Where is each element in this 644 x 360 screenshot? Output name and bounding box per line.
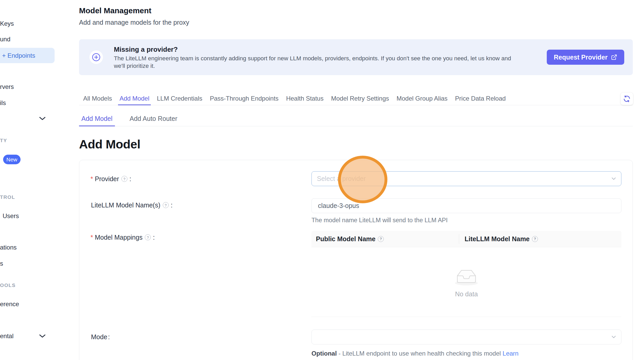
model-name-label-text: LiteLLM Model Name(s) <box>91 201 160 209</box>
provider-label: * Provider ? : <box>90 175 131 183</box>
label-colon: : <box>171 201 173 209</box>
chevron-down-icon <box>612 177 616 180</box>
help-icon[interactable]: ? <box>532 236 538 242</box>
sidebar-item-keys[interactable]: Keys <box>0 20 14 27</box>
column-divider <box>459 234 459 244</box>
sidebar-item-experimental[interactable]: ental <box>0 332 14 340</box>
required-marker: * <box>90 175 93 183</box>
sidebar-item-organizations[interactable]: ations <box>0 244 17 251</box>
tab-llm-credentials[interactable]: LLM Credentials <box>155 93 204 105</box>
help-icon[interactable]: ? <box>378 236 384 242</box>
column-header-text: Public Model Name <box>316 235 375 243</box>
help-icon[interactable]: ? <box>121 176 127 182</box>
tab-model-retry-settings[interactable]: Model Retry Settings <box>329 93 391 105</box>
empty-state-icon <box>311 266 621 287</box>
tab-add-model[interactable]: Add Model <box>118 93 151 105</box>
mode-helper-text: Optional - LiteLLM endpoint to use when … <box>311 350 518 357</box>
chevron-down-icon <box>612 336 616 338</box>
no-data-text: No data <box>311 290 621 298</box>
mode-label: Mode : <box>91 333 110 341</box>
banner-title: Missing a provider? <box>114 45 178 54</box>
missing-provider-banner: Missing a provider? The LiteLLM engineer… <box>79 39 633 75</box>
model-mappings-table-header: Public Model Name ? LiteLLM Model Name ? <box>311 231 621 247</box>
tab-all-models[interactable]: All Models <box>82 93 114 105</box>
help-icon[interactable]: ? <box>145 234 151 240</box>
refresh-button[interactable] <box>621 93 633 105</box>
learn-link[interactable]: Learn <box>503 350 518 357</box>
provider-select-placeholder: Select a provider <box>317 175 366 182</box>
sidebar-item-guardrails[interactable]: ils <box>0 99 6 107</box>
required-marker: * <box>90 234 93 241</box>
banner-text-line1: The LiteLLM engineering team is constant… <box>114 55 511 62</box>
label-colon: : <box>108 333 110 341</box>
mode-helper-body: - LiteLLM endpoint to use when health ch… <box>337 350 503 357</box>
model-mappings-label-text: Model Mappings <box>95 234 142 241</box>
page-title: Model Management <box>79 6 151 15</box>
provider-select[interactable]: Select a provider <box>311 171 621 186</box>
add-model-subtabs: Add Model Add Auto Router <box>79 112 633 126</box>
provider-label-text: Provider <box>95 175 119 183</box>
new-badge[interactable]: New <box>3 155 21 164</box>
sidebar-item-playground[interactable]: und <box>0 36 10 43</box>
tab-model-group-alias[interactable]: Model Group Alias <box>395 93 449 105</box>
tab-price-data-reload[interactable]: Price Data Reload <box>453 93 507 105</box>
litellm-admin-screen: Keys und + Endpoints rvers ils TY New TR… <box>0 0 644 360</box>
model-name-label: LiteLLM Model Name(s) ? : <box>91 201 173 209</box>
plus-circle-icon <box>89 50 103 64</box>
column-header-text: LiteLLM Model Name <box>465 235 530 243</box>
column-header-public-model-name: Public Model Name ? <box>311 235 459 243</box>
label-colon: : <box>153 234 155 241</box>
page-subtitle: Add and manage models for the proxy <box>79 19 189 26</box>
label-colon: : <box>129 175 131 183</box>
sidebar-section-heading: OOLS <box>0 283 16 288</box>
model-name-helper-text: The model name LiteLLM will send to the … <box>311 217 448 224</box>
mode-select[interactable] <box>311 330 621 344</box>
sidebar-item-teams[interactable]: s <box>0 260 3 267</box>
sidebar-item-endpoints-active[interactable]: + Endpoints <box>0 48 55 63</box>
sidebar-item-servers[interactable]: rvers <box>0 83 14 90</box>
request-provider-label: Request Provider <box>554 54 608 61</box>
help-icon[interactable]: ? <box>163 202 169 208</box>
sidebar-item-endpoints-label: + Endpoints <box>2 52 35 59</box>
column-header-litellm-model-name: LiteLLM Model Name ? <box>459 235 539 243</box>
sidebar-item-users[interactable]: Users <box>3 212 19 220</box>
optional-bold: Optional <box>311 350 337 357</box>
tab-pass-through-endpoints[interactable]: Pass-Through Endpoints <box>208 93 280 105</box>
banner-text-line2: we'll prioritize it. <box>114 63 155 69</box>
sidebar-item-reference[interactable]: erence <box>0 300 19 308</box>
model-management-tabs: All Models Add Model LLM Credentials Pas… <box>79 93 633 105</box>
chevron-down-icon[interactable] <box>39 117 46 120</box>
mode-label-text: Mode <box>91 333 107 341</box>
sidebar-section-heading: TY <box>0 138 7 143</box>
new-badge-label: New <box>6 156 17 163</box>
chevron-down-icon[interactable] <box>39 334 46 338</box>
request-provider-button[interactable]: Request Provider <box>547 50 624 65</box>
model-mappings-label: * Model Mappings ? : <box>90 234 155 241</box>
external-link-icon <box>611 54 617 60</box>
sidebar-section-heading: TROL <box>0 194 15 200</box>
subtab-add-auto-router[interactable]: Add Auto Router <box>127 112 180 126</box>
add-model-heading: Add Model <box>79 137 140 151</box>
model-name-input[interactable] <box>311 198 621 213</box>
subtab-add-model[interactable]: Add Model <box>79 112 115 126</box>
table-bottom-border <box>311 317 621 317</box>
refresh-icon <box>623 95 631 103</box>
tab-health-status[interactable]: Health Status <box>284 93 325 105</box>
